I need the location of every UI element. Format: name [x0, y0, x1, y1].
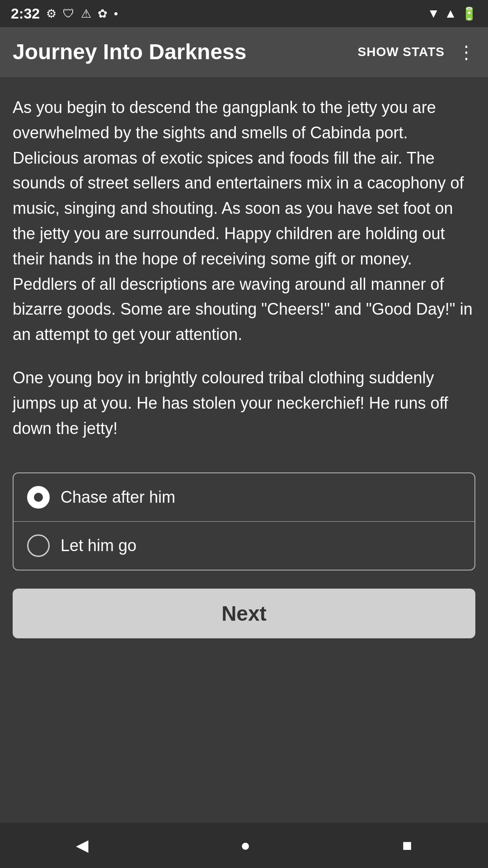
show-stats-button[interactable]: SHOW STATS [357, 45, 445, 59]
option-let-go-label: Let him go [61, 536, 136, 555]
option-let-go[interactable]: Let him go [14, 522, 474, 570]
option-chase-label: Chase after him [61, 488, 175, 507]
app-title: Journey Into Darkness [13, 39, 357, 64]
dot-icon: • [114, 7, 118, 21]
radio-chase[interactable] [27, 486, 50, 509]
bottom-nav [0, 823, 488, 868]
main-content: As you begin to descend the gangplank to… [0, 77, 488, 823]
battery-icon: 🔋 [461, 6, 477, 21]
home-button[interactable] [240, 836, 250, 855]
status-bar: 2:32 ⚙ 🛡 ⚠ ✿ • ▼ ▲ 🔋 [0, 0, 488, 27]
gear-icon: ⚙ [46, 7, 56, 21]
recents-button[interactable] [402, 836, 412, 855]
signal-icon: ▲ [444, 6, 457, 21]
option-chase[interactable]: Chase after him [14, 473, 474, 522]
next-button[interactable]: Next [13, 589, 475, 638]
app-bar: Journey Into Darkness SHOW STATS ⋮ [0, 27, 488, 77]
status-time: 2:32 [11, 5, 40, 22]
alert-icon: ⚠ [81, 7, 91, 21]
status-bar-right: ▼ ▲ 🔋 [427, 6, 477, 21]
shield-icon: 🛡 [63, 7, 75, 21]
story-paragraph-1: As you begin to descend the gangplank to… [13, 95, 475, 347]
more-menu-icon[interactable]: ⋮ [457, 43, 475, 61]
back-button[interactable] [76, 836, 89, 855]
story-paragraph-2: One young boy in brightly coloured triba… [13, 365, 475, 441]
story-text: As you begin to descend the gangplank to… [13, 95, 475, 441]
status-bar-left: 2:32 ⚙ 🛡 ⚠ ✿ • [11, 5, 118, 22]
options-container: Chase after him Let him go [13, 472, 475, 571]
mandala-icon: ✿ [98, 7, 108, 21]
wifi-icon: ▼ [427, 6, 440, 21]
radio-let-go[interactable] [27, 534, 50, 557]
